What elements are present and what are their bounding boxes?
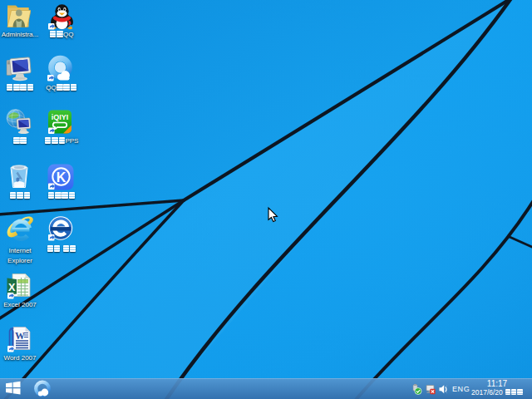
svg-text:W: W bbox=[15, 330, 25, 342]
svg-text:X: X bbox=[8, 282, 16, 293]
svg-text:iQIYI: iQIYI bbox=[52, 113, 69, 121]
svg-text:K: K bbox=[57, 170, 66, 185]
